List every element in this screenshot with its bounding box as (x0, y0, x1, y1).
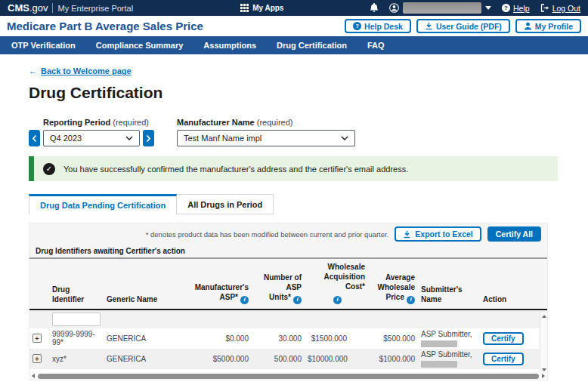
back-link-label: Back to Welcome page (41, 66, 132, 75)
next-period-button[interactable] (143, 130, 154, 146)
certify-button[interactable]: Certify (483, 353, 524, 365)
col-wholesale-acquisition-cost: Wholesale Acquisition Cost* i (305, 259, 368, 310)
cell-awp: $500.000 (368, 328, 418, 349)
back-arrow-icon: ← (29, 66, 37, 75)
user-guide-button[interactable]: User Guide (PDF) (416, 19, 510, 33)
scroll-left-arrow-icon[interactable] (32, 374, 35, 378)
cell-manufacturers-asp: $0.000 (185, 328, 252, 349)
manufacturer-value: Test Manf Name impl (184, 134, 262, 143)
portal-name: My Enterprise Portal (57, 4, 133, 13)
filter-row (29, 310, 547, 328)
export-to-excel-button[interactable]: Export to Excel (395, 226, 481, 242)
my-profile-button[interactable]: My Profile (515, 19, 581, 33)
nav-item-assumptions[interactable]: Assumptions (203, 41, 256, 50)
help-link[interactable]: ? Help (502, 4, 530, 13)
sub-header: Medicare Part B Average Sales Price ? He… (0, 16, 588, 36)
col-action: Action (480, 259, 547, 310)
scroll-up-arrow-icon[interactable] (542, 315, 546, 318)
drug-table-panel: * denotes product data has been modified… (29, 223, 548, 380)
manufacturer-select[interactable]: Test Manf Name impl (177, 130, 355, 146)
user-menu[interactable] (389, 2, 491, 14)
cell-drug-identifier: 99999-9999-99* (49, 328, 104, 349)
nav-item-faq[interactable]: FAQ (367, 41, 385, 50)
col-expand (29, 259, 49, 310)
info-icon[interactable]: i (407, 296, 415, 304)
help-desk-button[interactable]: ? Help Desk (345, 19, 411, 33)
chevron-down-icon (341, 136, 348, 140)
user-icon (389, 3, 399, 13)
cell-wac: $10000.000 (305, 349, 368, 369)
drug-table: Drug Identifier Generic Name Manufacture… (29, 259, 547, 369)
tab-all-drugs-in-period[interactable]: All Drugs in Period (177, 194, 274, 214)
header-buttons: ? Help Desk User Guide (PDF) My Profile (345, 19, 581, 33)
chevron-right-icon (146, 134, 151, 143)
download-icon (425, 22, 433, 30)
col-generic-name: Generic Name (104, 259, 185, 310)
manufacturer-label: Manufacturer Name (required) (177, 118, 355, 127)
download-icon (403, 230, 411, 239)
certify-button[interactable]: Certify (483, 332, 524, 345)
page-title: Drug Certification (29, 84, 558, 102)
manufacturer-field: Manufacturer Name (required) Test Manf N… (177, 118, 355, 146)
cms-logo[interactable]: CMS.gov My Enterprise Portal (8, 2, 133, 14)
reporting-period-value: Q4 2023 (50, 134, 82, 143)
grid-icon (240, 4, 249, 12)
nav-item-otp-verification[interactable]: OTP Verification (11, 41, 76, 50)
col-drug-identifier: Drug Identifier (49, 259, 104, 310)
cell-drug-identifier: xyz* (49, 349, 104, 369)
info-icon[interactable]: i (293, 296, 302, 304)
export-label: Export to Excel (415, 229, 472, 239)
logout-link[interactable]: Log Out (540, 4, 580, 13)
cell-manufacturers-asp: $5000.000 (185, 349, 252, 369)
reporting-period-select[interactable]: Q4 2023 (43, 130, 140, 146)
info-icon[interactable]: i (333, 296, 342, 304)
brand-divider (52, 3, 53, 13)
cell-submitter: ASP Submitter, (418, 328, 480, 349)
cell-generic-name: GENERICA (104, 349, 185, 369)
vertical-scrollbar[interactable] (540, 313, 547, 374)
my-apps-label: My Apps (252, 4, 283, 12)
scroll-right-arrow-icon[interactable] (542, 374, 545, 378)
redacted-submitter-name (421, 361, 457, 368)
nav-item-compliance-summary[interactable]: Compliance Summary (96, 41, 184, 50)
expand-row-button[interactable]: + (32, 354, 42, 363)
app-title: Medicare Part B Average Sales Price (7, 20, 203, 32)
tab-drug-data-pending-certification[interactable]: Drug Data Pending Certification (29, 194, 177, 214)
horizontal-scrollbar[interactable] (29, 372, 547, 380)
brand-cms: CMS (8, 2, 29, 14)
chevron-down-icon (485, 6, 491, 10)
drug-identifier-filter-input[interactable] (52, 313, 101, 326)
col-submitters-name: Submitter's Name (418, 259, 480, 310)
redacted-username (403, 2, 481, 14)
bell-icon[interactable] (370, 3, 379, 13)
help-desk-icon: ? (353, 22, 361, 30)
nav-item-drug-certification[interactable]: Drug Certification (277, 41, 347, 50)
back-to-welcome-link[interactable]: ← Back to Welcome page (29, 66, 132, 75)
expand-row-button[interactable]: + (32, 334, 42, 343)
success-message: You have successfully confirmed the manu… (63, 165, 408, 174)
col-number-of-asp-units: Number of ASP Units*i (252, 259, 305, 310)
certify-all-button[interactable]: Certify All (487, 226, 541, 242)
table-section-title: Drug Identifiers awaiting Certifier's ac… (29, 245, 547, 259)
previous-period-button[interactable] (29, 130, 40, 146)
redacted-submitter-name (421, 340, 457, 347)
cell-submitter: ASP Submitter, (418, 349, 480, 369)
col-manufacturers-asp: Manufacturer's ASP*i (185, 259, 252, 310)
col-average-wholesale-price: Average Wholesale Pricei (368, 259, 418, 310)
scroll-down-arrow-icon[interactable] (542, 368, 546, 371)
cell-generic-name: GENERICA (104, 328, 185, 349)
horizontal-scroll-thumb[interactable] (38, 374, 539, 379)
my-profile-label: My Profile (535, 22, 573, 31)
info-icon[interactable]: i (240, 296, 249, 304)
my-apps-button[interactable]: My Apps (240, 4, 283, 12)
reporting-period-label: Reporting Period (required) (29, 118, 154, 127)
check-icon: ✓ (43, 163, 55, 175)
main-nav: OTP Verification Compliance Summary Assu… (0, 36, 588, 54)
table-toolbar: * denotes product data has been modified… (29, 223, 547, 245)
success-alert: ✓ You have successfully confirmed the ma… (29, 156, 558, 181)
top-right-group: ? Help Log Out (370, 2, 580, 14)
cell-asp-units: 30.000 (252, 328, 305, 349)
logout-label: Log Out (552, 4, 580, 13)
help-desk-label: Help Desk (364, 22, 403, 31)
filter-form: Reporting Period (required) Q4 2023 Manu… (29, 118, 558, 146)
